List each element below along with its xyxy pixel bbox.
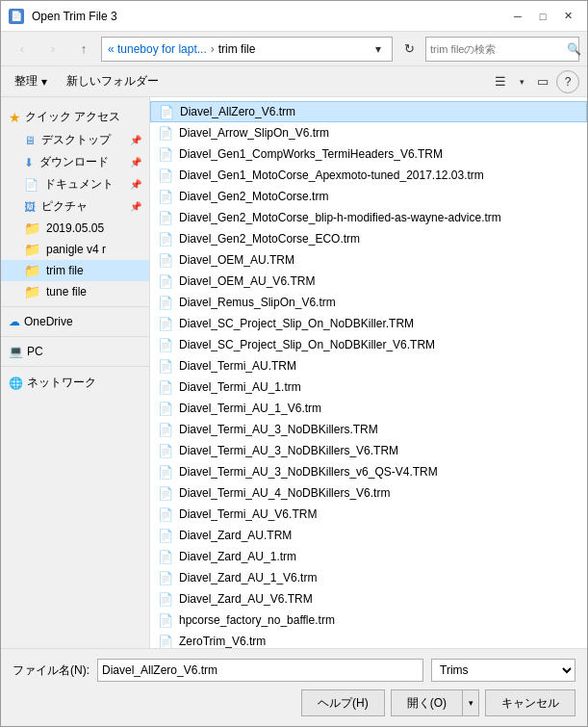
list-item[interactable]: 📄 Diavel_Termi_AU_3_NoDBKillers.TRM — [150, 419, 587, 440]
folder-icon: 📁 — [24, 263, 40, 278]
sidebar-item-tune[interactable]: 📁 tune file — [1, 281, 149, 302]
new-folder-button[interactable]: 新しいフォルダー — [61, 70, 165, 93]
list-item[interactable]: 📄 Diavel_Zard_AU_V6.TRM — [150, 588, 587, 610]
open-button[interactable]: 開く(O) — [391, 689, 462, 716]
help-button[interactable]: ヘルプ(H) — [301, 689, 385, 716]
file-name: Diavel_Zard_AU_V6.TRM — [179, 592, 313, 606]
list-item[interactable]: 📄 Diavel_Termi_AU_3_NoDBKillers_V6.TRM — [150, 440, 587, 461]
breadcrumb-dropdown-icon[interactable]: ▾ — [371, 38, 386, 61]
organize-arrow-icon: ▾ — [41, 75, 47, 89]
main-area: ★ クイック アクセス 🖥 デスクトップ 📌 ⬇ ダウンロード 📌 📄 ドキュメ… — [1, 97, 587, 648]
document-icon: 📄 — [159, 105, 174, 119]
search-input[interactable] — [430, 43, 563, 55]
view-toggle-button[interactable]: ☰ — [489, 70, 512, 93]
list-item[interactable]: 📄 Diavel_OEM_AU_V6.TRM — [150, 271, 587, 292]
file-icon: 📄 — [158, 528, 173, 543]
folder-icon: 📁 — [24, 221, 40, 236]
list-item[interactable]: 📄 ZeroTrim_V6.trm — [150, 631, 587, 648]
list-item[interactable]: 📄 Diavel_Termi_AU_1_V6.trm — [150, 398, 587, 419]
list-item[interactable]: 📄 Diavel_Termi_AU_1.trm — [150, 376, 587, 398]
file-name: ZeroTrim_V6.trm — [179, 635, 266, 648]
sidebar-item-trim[interactable]: 📁 trim file — [1, 260, 149, 281]
document-icon: 📄 — [158, 529, 173, 543]
list-item[interactable]: 📄 Diavel_SC_Project_Slip_On_NoDBKiller.T… — [150, 313, 587, 334]
pin-icon: 📌 — [130, 135, 141, 145]
title-bar: 📄 Open Trim File 3 ─ □ ✕ — [1, 1, 587, 32]
document-icon: 📄 — [158, 444, 173, 458]
sidebar-item-network[interactable]: 🌐 ネットワーク — [1, 371, 149, 395]
breadcrumb-bar[interactable]: « tuneboy for lapt... › trim file ▾ — [101, 37, 393, 62]
up-button[interactable]: ↑ — [70, 37, 97, 62]
forward-button[interactable]: › — [39, 37, 66, 62]
list-item[interactable]: 📄 Diavel_Zard_AU.TRM — [150, 525, 587, 546]
quick-access-header[interactable]: ★ クイック アクセス — [1, 105, 149, 129]
back-button[interactable]: ‹ — [9, 37, 36, 62]
list-item[interactable]: 📄 Diavel_Zard_AU_1_V6.trm — [150, 567, 587, 588]
sidebar-item-panigle[interactable]: 📁 panigle v4 r — [1, 239, 149, 260]
search-bar[interactable]: 🔍 — [425, 37, 579, 62]
help-circle-button[interactable]: ? — [556, 70, 579, 93]
list-item[interactable]: 📄 Diavel_Gen2_MotoCorse.trm — [150, 186, 587, 207]
list-item[interactable]: 📄 Diavel_Termi_AU_3_NoDBKillers_v6_QS-V4… — [150, 461, 587, 482]
dialog-window: 📄 Open Trim File 3 ─ □ ✕ ‹ › ↑ « tuneboy… — [0, 0, 588, 727]
view-dropdown-button[interactable]: ▾ — [514, 70, 529, 93]
sidebar-item-downloads[interactable]: ⬇ ダウンロード 📌 — [1, 151, 149, 173]
filename-input[interactable] — [97, 659, 423, 682]
list-item[interactable]: 📄 Diavel_Arrow_SlipOn_V6.trm — [150, 122, 587, 143]
refresh-button[interactable]: ↻ — [396, 37, 422, 62]
file-icon: 📄 — [158, 295, 173, 310]
search-icon[interactable]: 🔍 — [567, 42, 581, 56]
document-icon: 📄 — [158, 147, 173, 162]
list-item[interactable]: 📄 hpcorse_factory_no_baffle.trm — [150, 610, 587, 631]
desktop-icon: 🖥 — [24, 134, 36, 147]
file-icon: 📄 — [158, 358, 173, 374]
breadcrumb-parent[interactable]: « tuneboy for lapt... — [108, 42, 207, 56]
list-item[interactable]: 📄 Diavel_Termi_AU_4_NoDBKillers_V6.trm — [150, 482, 587, 504]
file-icon: 📄 — [158, 210, 173, 225]
document-icon: 📄 — [158, 380, 173, 395]
file-name: Diavel_Zard_AU_1.trm — [179, 550, 296, 563]
list-item[interactable]: 📄 Diavel_Gen2_MotoCorse_blip-h-modified-… — [150, 207, 587, 228]
onedrive-label: OneDrive — [24, 315, 73, 328]
list-item[interactable]: 📄 Diavel_Zard_AU_1.trm — [150, 546, 587, 567]
breadcrumb-current: trim file — [218, 42, 256, 56]
sidebar-item-label: panigle v4 r — [46, 243, 106, 256]
layout-button[interactable]: ▭ — [531, 70, 554, 93]
sidebar-item-label: ドキュメント — [44, 176, 114, 193]
list-item[interactable]: 📄 Diavel_Termi_AU.TRM — [150, 355, 587, 376]
organize-button[interactable]: 整理 ▾ — [9, 70, 53, 93]
list-item[interactable]: 📄 Diavel_AllZero_V6.trm — [150, 101, 587, 122]
minimize-button[interactable]: ─ — [506, 7, 529, 26]
filetype-select[interactable]: Trims — [431, 659, 575, 682]
cancel-button[interactable]: キャンセル — [485, 689, 575, 716]
close-button[interactable]: ✕ — [556, 7, 579, 26]
list-item[interactable]: 📄 Diavel_Termi_AU_V6.TRM — [150, 504, 587, 525]
sidebar-divider3 — [1, 366, 149, 367]
list-item[interactable]: 📄 Diavel_Gen2_MotoCorse_ECO.trm — [150, 228, 587, 249]
sidebar-item-desktop[interactable]: 🖥 デスクトップ 📌 — [1, 129, 149, 151]
file-list[interactable]: 📄 Diavel_AllZero_V6.trm 📄 Diavel_Arrow_S… — [150, 97, 587, 648]
title-bar-buttons: ─ □ ✕ — [506, 7, 579, 26]
sidebar-item-pc[interactable]: 💻 PC — [1, 341, 149, 362]
download-icon: ⬇ — [24, 156, 34, 169]
sidebar-item-documents[interactable]: 📄 ドキュメント 📌 — [1, 173, 149, 195]
list-item[interactable]: 📄 Diavel_Remus_SlipOn_V6.trm — [150, 292, 587, 313]
app-icon: 📄 — [9, 9, 24, 24]
maximize-button[interactable]: □ — [531, 7, 554, 26]
list-item[interactable]: 📄 Diavel_SC_Project_Slip_On_NoDBKiller_V… — [150, 334, 587, 355]
document-icon: 📄 — [158, 423, 173, 437]
open-dropdown-button[interactable]: ▾ — [462, 689, 479, 716]
list-item[interactable]: 📄 Diavel_OEM_AU.TRM — [150, 249, 587, 271]
sidebar-divider2 — [1, 336, 149, 337]
pc-icon: 💻 — [9, 345, 23, 358]
list-item[interactable]: 📄 Diavel_Gen1_MotoCorse_Apexmoto-tuned_2… — [150, 165, 587, 186]
document-icon: 📄 — [158, 338, 173, 352]
file-name: Diavel_Termi_AU_V6.TRM — [179, 507, 317, 521]
buttons-row: ヘルプ(H) 開く(O) ▾ キャンセル — [13, 689, 575, 716]
list-item[interactable]: 📄 Diavel_Gen1_CompWorks_TermiHeaders_V6.… — [150, 143, 587, 165]
sidebar-item-2019[interactable]: 📁 2019.05.05 — [1, 218, 149, 239]
sidebar-item-pictures[interactable]: 🖼 ピクチャ 📌 — [1, 195, 149, 218]
document-icon: 📄 — [158, 592, 173, 607]
sidebar-item-onedrive[interactable]: ☁ OneDrive — [1, 311, 149, 332]
file-name: Diavel_AllZero_V6.trm — [180, 105, 295, 118]
